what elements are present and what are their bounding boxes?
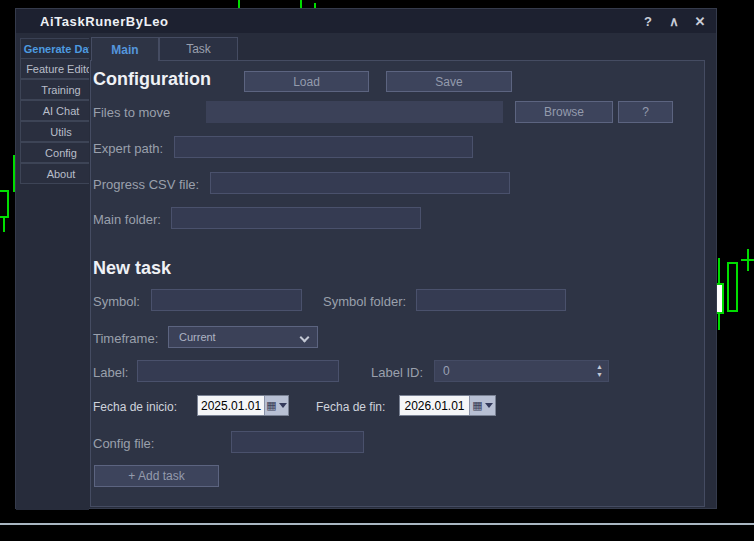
sidebar-item-config[interactable]: Config [20, 142, 89, 163]
symbol-input[interactable] [151, 289, 302, 311]
minimize-icon[interactable]: ∧ [666, 14, 682, 29]
candle-hollow [727, 262, 738, 312]
progress-csv-label: Progress CSV file: [93, 177, 199, 192]
sidebar-item-feature-editor[interactable]: Feature Editor [20, 58, 89, 79]
label-id-label: Label ID: [371, 365, 423, 380]
label-input[interactable] [137, 360, 339, 382]
end-date-picker[interactable]: 2026.01.01 ▦ [399, 395, 496, 416]
candle-wick [3, 218, 5, 232]
save-button[interactable]: Save [386, 71, 512, 92]
sidebar: Generate Data Feature Editor Training AI… [16, 33, 89, 510]
chart-baseline [0, 523, 754, 525]
timeframe-select[interactable]: Current [168, 326, 318, 348]
main-folder-input[interactable] [171, 207, 421, 229]
sidebar-item-generate-data[interactable]: Generate Data [20, 38, 89, 59]
candle-wick [238, 0, 240, 8]
start-date-label: Fecha de inicio: [93, 400, 177, 414]
candle-cross [747, 249, 749, 271]
expert-path-label: Expert path: [93, 141, 163, 156]
end-date-value: 2026.01.01 [400, 396, 469, 415]
titlebar[interactable]: AiTaskRunerByLeo ? ∧ ✕ [16, 9, 716, 33]
window-controls: ? ∧ ✕ [640, 9, 708, 33]
files-help-button[interactable]: ? [618, 101, 673, 123]
files-to-move-input[interactable] [206, 101, 503, 123]
close-icon[interactable]: ✕ [692, 14, 708, 29]
label-id-stepper[interactable]: 0 ▲ ▼ [434, 360, 609, 382]
files-to-move-label: Files to move [93, 105, 170, 120]
timeframe-value: Current [179, 331, 216, 343]
config-file-label: Config file: [93, 436, 154, 451]
start-date-calendar-button[interactable]: ▦ [264, 396, 288, 415]
tab-main[interactable]: Main [91, 37, 159, 61]
label-id-value: 0 [443, 364, 450, 378]
end-date-calendar-button[interactable]: ▦ [469, 396, 495, 415]
main-folder-label: Main folder: [93, 212, 161, 227]
configuration-heading: Configuration [93, 69, 211, 90]
dropdown-arrow-icon [279, 403, 287, 408]
start-date-value: 2025.01.01 [198, 396, 264, 415]
calendar-icon: ▦ [266, 400, 276, 411]
main-tab-panel [90, 60, 705, 507]
sidebar-item-ai-chat[interactable]: AI Chat [20, 100, 89, 121]
spinner-arrows-icon[interactable]: ▲ ▼ [596, 363, 603, 379]
add-task-button[interactable]: + Add task [94, 465, 219, 487]
new-task-heading: New task [93, 258, 171, 279]
start-date-picker[interactable]: 2025.01.01 ▦ [197, 395, 289, 416]
config-file-input[interactable] [231, 431, 364, 453]
expert-path-input[interactable] [174, 136, 473, 158]
symbol-label: Symbol: [93, 294, 140, 309]
timeframe-label: Timeframe: [93, 331, 158, 346]
dropdown-arrow-icon [485, 403, 493, 408]
browse-button[interactable]: Browse [515, 101, 613, 123]
calendar-icon: ▦ [472, 400, 482, 411]
sidebar-item-about[interactable]: About [20, 163, 89, 184]
sidebar-item-training[interactable]: Training [20, 79, 89, 100]
window-title: AiTaskRunerByLeo [40, 14, 169, 29]
symbol-folder-label: Symbol folder: [323, 294, 406, 309]
sidebar-item-utils[interactable]: Utils [20, 121, 89, 142]
tab-task[interactable]: Task [159, 37, 238, 61]
help-icon[interactable]: ? [640, 14, 656, 29]
load-button[interactable]: Load [244, 71, 369, 92]
candle-hollow [0, 190, 9, 218]
progress-csv-input[interactable] [210, 172, 510, 194]
label-label: Label: [93, 365, 128, 380]
end-date-label: Fecha de fin: [316, 400, 385, 414]
app-window: AiTaskRunerByLeo ? ∧ ✕ Generate Data Fea… [15, 8, 717, 509]
chevron-down-icon [300, 333, 310, 343]
symbol-folder-input[interactable] [416, 289, 566, 311]
